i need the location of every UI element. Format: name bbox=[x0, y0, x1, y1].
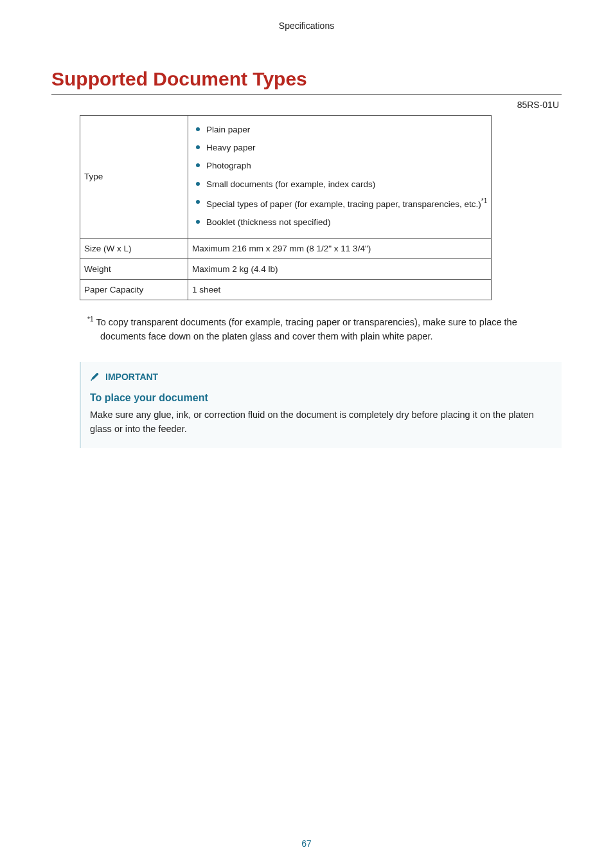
footnote-ref: *1 bbox=[481, 197, 487, 204]
row-label-type: Type bbox=[80, 116, 188, 239]
section-header: Specifications bbox=[51, 21, 562, 31]
important-body: Make sure any glue, ink, or correction f… bbox=[90, 408, 550, 437]
list-item: Booklet (thickness not specified) bbox=[192, 213, 487, 231]
row-value-capacity: 1 sheet bbox=[188, 279, 492, 300]
list-item: Small documents (for example, index card… bbox=[192, 176, 487, 194]
footnote-text: To copy transparent documents (for examp… bbox=[96, 317, 517, 341]
table-row: Paper Capacity 1 sheet bbox=[80, 279, 492, 300]
list-item-text: Special types of paper (for example, tra… bbox=[206, 199, 481, 208]
document-code: 85RS-01U bbox=[51, 100, 562, 110]
table-row: Type Plain paper Heavy paper Photograph … bbox=[80, 116, 492, 239]
pen-icon bbox=[90, 371, 100, 383]
row-value-size: Maximum 216 mm x 297 mm (8 1/2" x 11 3/4… bbox=[188, 238, 492, 258]
table-row: Size (W x L) Maximum 216 mm x 297 mm (8 … bbox=[80, 238, 492, 258]
type-list: Plain paper Heavy paper Photograph Small… bbox=[192, 121, 487, 231]
row-label-weight: Weight bbox=[80, 258, 188, 279]
row-value-weight: Maximum 2 kg (4.4 lb) bbox=[188, 258, 492, 279]
important-callout: IMPORTANT To place your document Make su… bbox=[80, 362, 562, 448]
row-label-size: Size (W x L) bbox=[80, 238, 188, 258]
page-title: Supported Document Types bbox=[51, 68, 562, 95]
table-row: Weight Maximum 2 kg (4.4 lb) bbox=[80, 258, 492, 279]
footnote-marker: *1 bbox=[87, 316, 93, 323]
row-label-capacity: Paper Capacity bbox=[80, 279, 188, 300]
list-item: Heavy paper bbox=[192, 139, 487, 157]
list-item: Special types of paper (for example, tra… bbox=[192, 194, 487, 213]
svg-point-0 bbox=[91, 379, 92, 381]
important-label-text: IMPORTANT bbox=[105, 372, 158, 382]
footnote: *1To copy transparent documents (for exa… bbox=[87, 314, 562, 344]
list-item: Photograph bbox=[192, 157, 487, 175]
list-item: Plain paper bbox=[192, 121, 487, 139]
important-subheading: To place your document bbox=[90, 392, 550, 404]
specs-table: Type Plain paper Heavy paper Photograph … bbox=[80, 115, 492, 300]
row-value-type: Plain paper Heavy paper Photograph Small… bbox=[188, 116, 492, 239]
important-label: IMPORTANT bbox=[90, 371, 550, 383]
page-number: 67 bbox=[0, 838, 613, 849]
